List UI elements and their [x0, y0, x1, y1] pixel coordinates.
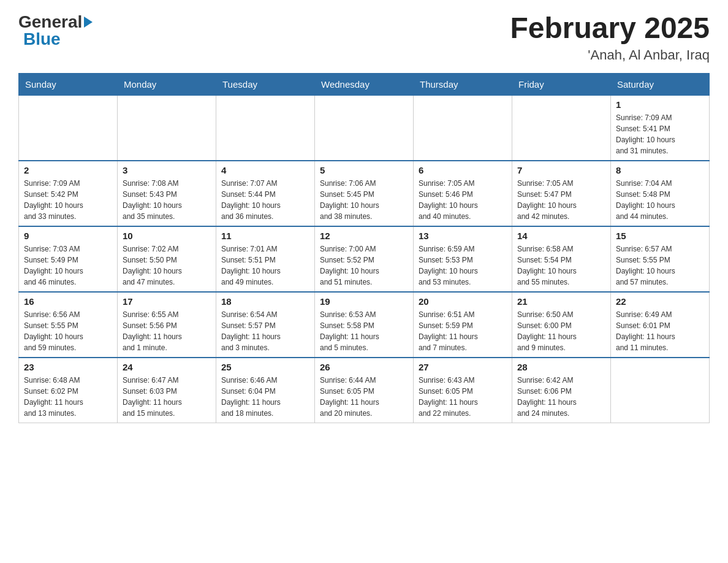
table-row: 7Sunrise: 7:05 AM Sunset: 5:47 PM Daylig…	[512, 161, 611, 226]
table-row: 4Sunrise: 7:07 AM Sunset: 5:44 PM Daylig…	[216, 161, 315, 226]
table-row	[118, 95, 216, 161]
table-row: 20Sunrise: 6:51 AM Sunset: 5:59 PM Dayli…	[414, 292, 512, 358]
location-title: 'Anah, Al Anbar, Iraq	[510, 47, 710, 63]
header-monday: Monday	[118, 74, 216, 95]
day-number: 7	[517, 165, 605, 175]
day-number: 12	[320, 231, 408, 241]
table-row: 9Sunrise: 7:03 AM Sunset: 5:49 PM Daylig…	[19, 226, 118, 292]
day-number: 13	[419, 231, 507, 241]
day-info: Sunrise: 6:56 AM Sunset: 5:55 PM Dayligh…	[24, 309, 112, 353]
day-info: Sunrise: 7:03 AM Sunset: 5:49 PM Dayligh…	[24, 243, 112, 288]
month-title: February 2025	[510, 12, 710, 45]
day-info: Sunrise: 7:09 AM Sunset: 5:42 PM Dayligh…	[24, 178, 112, 222]
page-header: General Blue February 2025 'Anah, Al Anb…	[18, 12, 710, 63]
day-number: 1	[616, 99, 704, 110]
table-row: 22Sunrise: 6:49 AM Sunset: 6:01 PM Dayli…	[611, 292, 710, 358]
day-number: 26	[320, 362, 408, 372]
week-row-2: 9Sunrise: 7:03 AM Sunset: 5:49 PM Daylig…	[19, 226, 710, 292]
table-row: 26Sunrise: 6:44 AM Sunset: 6:05 PM Dayli…	[315, 358, 414, 423]
title-block: February 2025 'Anah, Al Anbar, Iraq	[510, 12, 710, 63]
day-number: 23	[24, 362, 112, 372]
day-number: 6	[419, 165, 507, 175]
week-row-1: 2Sunrise: 7:09 AM Sunset: 5:42 PM Daylig…	[19, 161, 710, 226]
table-row: 15Sunrise: 6:57 AM Sunset: 5:55 PM Dayli…	[611, 226, 710, 292]
table-row: 6Sunrise: 7:05 AM Sunset: 5:46 PM Daylig…	[414, 161, 512, 226]
day-info: Sunrise: 7:05 AM Sunset: 5:47 PM Dayligh…	[517, 178, 605, 222]
table-row: 28Sunrise: 6:42 AM Sunset: 6:06 PM Dayli…	[512, 358, 611, 423]
day-number: 9	[24, 231, 112, 241]
table-row: 11Sunrise: 7:01 AM Sunset: 5:51 PM Dayli…	[216, 226, 315, 292]
day-number: 3	[123, 165, 211, 175]
header-sunday: Sunday	[19, 74, 118, 95]
day-number: 19	[320, 296, 408, 307]
day-number: 25	[221, 362, 309, 372]
table-row	[512, 95, 611, 161]
day-info: Sunrise: 7:07 AM Sunset: 5:44 PM Dayligh…	[221, 178, 309, 222]
table-row: 2Sunrise: 7:09 AM Sunset: 5:42 PM Daylig…	[19, 161, 118, 226]
day-info: Sunrise: 6:50 AM Sunset: 6:00 PM Dayligh…	[517, 309, 605, 353]
day-number: 11	[221, 231, 309, 241]
day-number: 27	[419, 362, 507, 372]
day-number: 5	[320, 165, 408, 175]
table-row	[216, 95, 315, 161]
header-wednesday: Wednesday	[315, 74, 414, 95]
day-info: Sunrise: 7:04 AM Sunset: 5:48 PM Dayligh…	[616, 178, 704, 222]
table-row: 14Sunrise: 6:58 AM Sunset: 5:54 PM Dayli…	[512, 226, 611, 292]
day-number: 21	[517, 296, 605, 307]
week-row-4: 23Sunrise: 6:48 AM Sunset: 6:02 PM Dayli…	[19, 358, 710, 423]
table-row: 23Sunrise: 6:48 AM Sunset: 6:02 PM Dayli…	[19, 358, 118, 423]
day-info: Sunrise: 6:44 AM Sunset: 6:05 PM Dayligh…	[320, 375, 408, 419]
table-row	[611, 358, 710, 423]
table-row: 12Sunrise: 7:00 AM Sunset: 5:52 PM Dayli…	[315, 226, 414, 292]
day-number: 15	[616, 231, 704, 241]
logo: General Blue	[18, 12, 93, 49]
day-number: 10	[123, 231, 211, 241]
table-row: 8Sunrise: 7:04 AM Sunset: 5:48 PM Daylig…	[611, 161, 710, 226]
day-info: Sunrise: 6:51 AM Sunset: 5:59 PM Dayligh…	[419, 309, 507, 353]
table-row: 18Sunrise: 6:54 AM Sunset: 5:57 PM Dayli…	[216, 292, 315, 358]
day-number: 17	[123, 296, 211, 307]
day-number: 22	[616, 296, 704, 307]
day-number: 14	[517, 231, 605, 241]
day-info: Sunrise: 6:43 AM Sunset: 6:05 PM Dayligh…	[419, 375, 507, 419]
table-row: 17Sunrise: 6:55 AM Sunset: 5:56 PM Dayli…	[118, 292, 216, 358]
day-info: Sunrise: 7:09 AM Sunset: 5:41 PM Dayligh…	[616, 112, 704, 156]
day-info: Sunrise: 7:01 AM Sunset: 5:51 PM Dayligh…	[221, 243, 309, 288]
day-info: Sunrise: 7:02 AM Sunset: 5:50 PM Dayligh…	[123, 243, 211, 288]
header-friday: Friday	[512, 74, 611, 95]
table-row: 19Sunrise: 6:53 AM Sunset: 5:58 PM Dayli…	[315, 292, 414, 358]
table-row: 21Sunrise: 6:50 AM Sunset: 6:00 PM Dayli…	[512, 292, 611, 358]
day-info: Sunrise: 6:47 AM Sunset: 6:03 PM Dayligh…	[123, 375, 211, 419]
day-number: 8	[616, 165, 704, 175]
day-number: 2	[24, 165, 112, 175]
logo-arrow-icon	[84, 17, 93, 28]
header-saturday: Saturday	[611, 74, 710, 95]
day-info: Sunrise: 6:49 AM Sunset: 6:01 PM Dayligh…	[616, 309, 704, 353]
day-info: Sunrise: 6:46 AM Sunset: 6:04 PM Dayligh…	[221, 375, 309, 419]
day-info: Sunrise: 6:57 AM Sunset: 5:55 PM Dayligh…	[616, 243, 704, 288]
day-info: Sunrise: 6:53 AM Sunset: 5:58 PM Dayligh…	[320, 309, 408, 353]
day-info: Sunrise: 6:42 AM Sunset: 6:06 PM Dayligh…	[517, 375, 605, 419]
table-row: 3Sunrise: 7:08 AM Sunset: 5:43 PM Daylig…	[118, 161, 216, 226]
header-thursday: Thursday	[414, 74, 512, 95]
weekday-header-row: Sunday Monday Tuesday Wednesday Thursday…	[19, 74, 710, 95]
table-row: 5Sunrise: 7:06 AM Sunset: 5:45 PM Daylig…	[315, 161, 414, 226]
table-row: 16Sunrise: 6:56 AM Sunset: 5:55 PM Dayli…	[19, 292, 118, 358]
table-row	[19, 95, 118, 161]
day-info: Sunrise: 7:05 AM Sunset: 5:46 PM Dayligh…	[419, 178, 507, 222]
day-info: Sunrise: 6:48 AM Sunset: 6:02 PM Dayligh…	[24, 375, 112, 419]
day-number: 20	[419, 296, 507, 307]
day-number: 28	[517, 362, 605, 372]
week-row-0: 1Sunrise: 7:09 AM Sunset: 5:41 PM Daylig…	[19, 95, 710, 161]
table-row	[315, 95, 414, 161]
day-number: 4	[221, 165, 309, 175]
week-row-3: 16Sunrise: 6:56 AM Sunset: 5:55 PM Dayli…	[19, 292, 710, 358]
day-info: Sunrise: 6:55 AM Sunset: 5:56 PM Dayligh…	[123, 309, 211, 353]
day-number: 24	[123, 362, 211, 372]
table-row: 24Sunrise: 6:47 AM Sunset: 6:03 PM Dayli…	[118, 358, 216, 423]
day-info: Sunrise: 6:58 AM Sunset: 5:54 PM Dayligh…	[517, 243, 605, 288]
table-row: 25Sunrise: 6:46 AM Sunset: 6:04 PM Dayli…	[216, 358, 315, 423]
day-number: 16	[24, 296, 112, 307]
table-row: 10Sunrise: 7:02 AM Sunset: 5:50 PM Dayli…	[118, 226, 216, 292]
table-row: 13Sunrise: 6:59 AM Sunset: 5:53 PM Dayli…	[414, 226, 512, 292]
